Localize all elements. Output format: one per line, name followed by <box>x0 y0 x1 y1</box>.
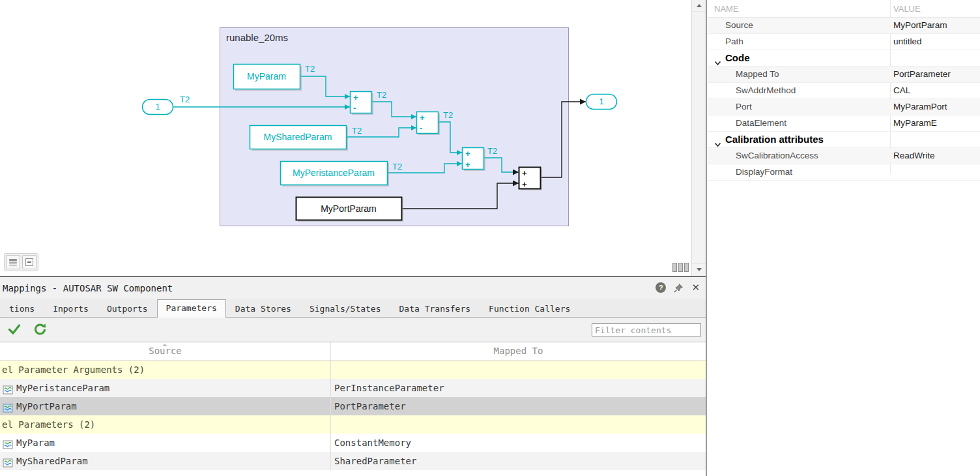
collapse-icon <box>25 258 34 267</box>
table-row-myperistanceparam[interactable]: MyPeristanceParam PerInstanceParameter <box>0 379 706 397</box>
property-row-source: Source MyPortParam <box>707 18 980 34</box>
data-stack-icon <box>8 258 18 267</box>
column-divider[interactable] <box>330 342 331 470</box>
property-row-dataelement: DataElement MyParamE <box>707 115 980 132</box>
block-mysharedparam-label: MySharedParam <box>263 132 332 142</box>
block-myparam-label: MyParam <box>247 71 286 82</box>
close-icon[interactable]: ✕ <box>691 282 700 293</box>
mappings-tab-bar: tions Inports Outports Parameters Data S… <box>0 299 706 318</box>
signal-label: T2 <box>487 146 497 156</box>
canvas-vertical-scrollbar[interactable] <box>691 0 706 276</box>
mapped-to-cell[interactable]: PortParameter <box>334 397 406 415</box>
property-row-mapped-to: Mapped To PortParameter <box>707 67 980 83</box>
block-myperistanceparam[interactable]: MyPeristanceParam <box>281 162 390 187</box>
column-header-mapped-to[interactable]: Mapped To <box>331 342 706 360</box>
source-cell: MyPeristanceParam <box>16 379 109 397</box>
diagram-canvas[interactable]: runable_20ms MyParam MySharedParam <box>0 0 706 277</box>
signal-label: T2 <box>377 90 386 100</box>
value-column-header: VALUE <box>893 4 921 14</box>
sum3-sign-bottom: + <box>465 160 470 170</box>
sum1-sign-top: + <box>353 93 358 102</box>
source-cell: MyParam <box>16 434 55 452</box>
scroll-down-button[interactable] <box>692 263 706 275</box>
tab-parameters[interactable]: Parameters <box>157 299 226 318</box>
section-row-code[interactable]: Code <box>707 50 980 67</box>
sum4-sign-bottom: + <box>522 179 527 189</box>
signal-label: T2 <box>180 95 190 104</box>
refresh-icon <box>33 323 48 336</box>
tab-outports[interactable]: Outports <box>98 300 157 317</box>
filter-input[interactable] <box>592 323 701 336</box>
tab-functions[interactable]: tions <box>0 300 44 317</box>
inport-block[interactable]: 1 <box>143 100 173 115</box>
source-cell: MySharedParam <box>16 452 88 470</box>
scroll-up-button[interactable] <box>692 0 706 12</box>
group-row-parameters[interactable]: el Parameters (2) <box>0 415 706 434</box>
signal-label: T2 <box>392 162 402 171</box>
sum-block-3[interactable]: + + <box>463 148 486 171</box>
simulink-diagram: runable_20ms MyParam MySharedParam <box>0 0 692 276</box>
table-row-myparam[interactable]: MyParam ConstantMemory <box>0 434 706 452</box>
check-icon <box>8 323 21 335</box>
sum1-sign-bottom: - <box>353 103 356 113</box>
source-cell: MyPortParam <box>16 397 77 415</box>
canvas-badge-bar <box>4 253 38 271</box>
mappings-titlebar: Mappings - AUTOSAR SW Component ? ✕ <box>0 277 706 299</box>
tab-signals-states[interactable]: Signals/States <box>300 300 390 317</box>
sum3-sign-top: + <box>465 149 470 158</box>
validate-button[interactable] <box>6 321 23 338</box>
parameter-icon <box>3 401 13 411</box>
mappings-table: Source Mapped To el Parameter Arguments … <box>0 342 706 476</box>
group-label: el Parameters (2) <box>2 419 95 430</box>
section-row-calibration-attributes[interactable]: Calibration attributes <box>707 132 980 148</box>
block-mysharedparam[interactable]: MySharedParam <box>250 126 349 151</box>
tab-data-stores[interactable]: Data Stores <box>226 300 300 317</box>
sum2-sign-top: + <box>420 113 425 123</box>
tab-function-callers[interactable]: Function Callers <box>480 300 579 317</box>
property-row-port: Port MyParamPort <box>707 99 980 115</box>
parameter-icon <box>3 456 13 466</box>
block-myparam[interactable]: MyParam <box>234 65 302 91</box>
signal-label: T2 <box>352 126 362 136</box>
property-row-swaddrmethod: SwAddrMethod CAL <box>707 83 980 99</box>
outport-block[interactable]: 1 <box>586 95 617 110</box>
sum-block-1[interactable]: + - <box>351 92 374 115</box>
mapped-to-cell[interactable]: ConstantMemory <box>334 434 411 452</box>
tab-inports[interactable]: Inports <box>44 300 98 317</box>
group-label: el Parameter Arguments (2) <box>2 364 145 375</box>
mapped-to-cell[interactable]: SharedParameter <box>334 452 416 470</box>
property-row-displayformat: DisplayFormat <box>707 164 980 181</box>
splitter-grip-icon[interactable] <box>672 263 689 272</box>
scroll-up-icon <box>697 4 702 7</box>
table-row-mysharedparam[interactable]: MySharedParam SharedParameter <box>0 452 706 470</box>
property-row-swcalibrationaccess: SwCalibrationAccess ReadWrite <box>707 148 980 164</box>
group-row-parameter-arguments[interactable]: el Parameter Arguments (2) <box>0 361 706 379</box>
pin-icon[interactable] <box>674 283 684 293</box>
sum-block-4[interactable]: + + <box>519 168 543 191</box>
collapse-badge-button[interactable] <box>22 255 36 269</box>
mappings-panel: Mappings - AUTOSAR SW Component ? ✕ tion… <box>0 277 706 476</box>
parameter-icon <box>3 383 13 393</box>
parameter-icon <box>3 438 13 448</box>
subsystem-label: runable_20ms <box>226 32 288 43</box>
name-column-header: NAME <box>714 4 739 14</box>
property-inspector: NAME VALUE Source MyPortParam Path untit… <box>707 0 980 476</box>
outport-label: 1 <box>599 97 603 106</box>
mapped-to-cell[interactable]: PerInstanceParameter <box>334 379 444 397</box>
panel-title: Mappings - AUTOSAR SW Component <box>3 283 173 293</box>
scroll-down-icon <box>697 268 702 271</box>
block-myportparam-label: MyPortParam <box>321 203 377 214</box>
help-icon[interactable]: ? <box>656 282 666 293</box>
model-data-badge-button[interactable] <box>6 255 20 269</box>
tab-data-transfers[interactable]: Data Transfers <box>390 300 480 317</box>
column-header-source[interactable]: Source <box>0 342 330 360</box>
block-myperistanceparam-label: MyPeristanceParam <box>293 168 375 178</box>
signal-label: T2 <box>305 64 315 74</box>
update-button[interactable] <box>32 321 49 338</box>
signal-label: T2 <box>443 110 453 120</box>
block-myportparam[interactable]: MyPortParam <box>296 198 404 222</box>
property-row-path: Path untitled <box>707 34 980 50</box>
table-row-myportparam[interactable]: MyPortParam PortParameter <box>0 397 706 415</box>
sum-block-2[interactable]: + - <box>417 112 440 136</box>
sum2-sign-bottom: - <box>420 123 422 133</box>
